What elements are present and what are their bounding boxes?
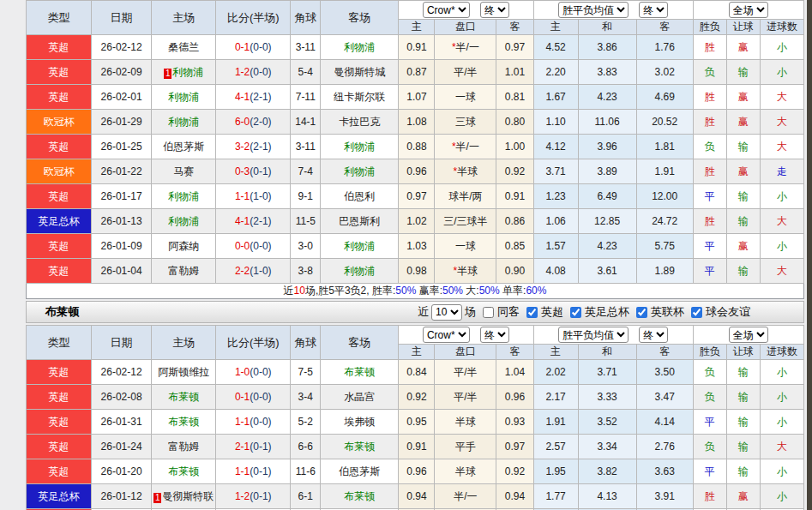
result-handicap-text: 赢: [738, 490, 749, 502]
team-name: 利物浦: [168, 215, 199, 227]
result-handicap: 输: [726, 410, 760, 435]
score-cell: 0-0(0-0): [216, 234, 291, 259]
col-header-away: 客场: [321, 1, 399, 35]
liverpool-recent-matches-table: 类型 日期 主场 比分(半场) 角球 客场 Crow*终 胜平负均值终 全场: [26, 0, 804, 299]
result-handicap: 输: [726, 360, 760, 385]
result-wdl: 胜: [693, 484, 726, 509]
filter-friendly-checkbox[interactable]: [691, 307, 702, 318]
team-name: 利物浦: [344, 41, 375, 53]
summary-segment: 50%: [395, 285, 416, 297]
recent-label: 近: [418, 304, 429, 320]
result-handicap-text: 赢: [738, 91, 749, 103]
away-team-cell: 巴恩斯利: [321, 209, 399, 234]
team-name: 马赛: [173, 165, 194, 177]
score-full: 0-1: [235, 41, 250, 53]
subcol-wdl: 胜负: [693, 20, 726, 35]
final-odds-select[interactable]: 终: [480, 327, 509, 343]
crown-handicap: *半球: [435, 259, 496, 284]
corner-cell: 3-11: [291, 135, 321, 159]
away-team-cell: 伯恩茅斯: [321, 459, 399, 484]
final-avg-select[interactable]: 终: [639, 2, 668, 18]
avg-away-odds: 3.91: [636, 484, 693, 509]
result-handicap: 输: [726, 435, 760, 459]
subcol-crown-home: 主: [399, 345, 435, 360]
result-wdl-text: 负: [705, 391, 715, 403]
score-half: (2-1): [250, 215, 271, 227]
result-handicap: 赢: [726, 35, 760, 60]
summary-segment: 50%: [442, 285, 463, 297]
scope-select[interactable]: 全场: [729, 327, 768, 343]
home-team-cell: 桑德兰: [152, 35, 216, 60]
team-name: 富勒姆: [168, 441, 199, 453]
corner-cell: 11-5: [291, 209, 321, 234]
result-wdl-text: 负: [705, 366, 715, 378]
avg-away-odds: 1.81: [636, 135, 693, 159]
avg-home-odds: 1.23: [533, 184, 578, 209]
avg-odds-select[interactable]: 胜平负均值: [558, 327, 629, 343]
match-date: 26-02-01: [92, 85, 152, 110]
team-name: 利物浦: [344, 265, 375, 277]
summary-segment: 赢率:: [416, 285, 442, 297]
avg-home-odds: 1.06: [533, 209, 578, 234]
handicap-text: 半球: [455, 465, 476, 477]
result-goals: 大: [760, 135, 803, 159]
avg-away-odds: 1.91: [636, 159, 693, 184]
corner-cell: 3-4: [291, 385, 321, 410]
team-name: 布莱顿: [344, 490, 375, 502]
team-name: 阿森纳: [168, 240, 199, 252]
crown-handicap: *半/一: [435, 35, 496, 60]
crown-home-odds: 0.96: [399, 159, 435, 184]
result-handicap: 赢: [726, 85, 760, 110]
crown-home-odds: 0.91: [399, 35, 435, 60]
same-venue-checkbox[interactable]: [483, 307, 494, 318]
result-goals: 小: [760, 459, 803, 484]
corner-cell: 7-5: [291, 360, 321, 385]
result-handicap: 赢: [726, 159, 760, 184]
score-half: (0-1): [250, 441, 271, 453]
team-name: 利物浦: [168, 190, 199, 202]
crown-home-odds: 0.88: [399, 135, 435, 159]
final-avg-select[interactable]: 终: [639, 327, 668, 343]
corner-cell: 6-6: [291, 435, 321, 459]
home-team-cell: 阿斯顿维拉: [152, 360, 216, 385]
result-wdl: 平: [693, 259, 726, 284]
team-name: 桑德兰: [168, 41, 199, 53]
subcol-handicap: 盘口: [435, 20, 496, 35]
avg-home-odds: 2.20: [533, 60, 578, 85]
team-name: 曼彻斯特城: [334, 66, 385, 78]
filter-facup-checkbox[interactable]: [570, 307, 581, 318]
score-half: (2-1): [250, 91, 271, 103]
match-date: 26-01-17: [92, 184, 152, 209]
crown-handicap: 半球: [435, 459, 496, 484]
avg-draw-odds: 3.96: [578, 135, 636, 159]
score-cell: 0-1(0-0): [216, 385, 291, 410]
avg-away-odds: 3.02: [636, 60, 693, 85]
same-venue-label: 同客: [497, 304, 520, 320]
col-header-away: 客场: [321, 326, 399, 360]
recent-count-select[interactable]: 10: [431, 304, 462, 321]
score-full: 1-1: [235, 416, 250, 428]
filter-eflcup-checkbox[interactable]: [636, 307, 647, 318]
avg-home-odds: 4.52: [533, 35, 578, 60]
avg-draw-odds: 3.71: [578, 360, 636, 385]
scope-select[interactable]: 全场: [729, 2, 768, 18]
bookmaker-select[interactable]: Crow*: [423, 2, 470, 18]
match-row: 英超26-02-12阿斯顿维拉1-0(0-0)7-5布莱顿0.84平/半1.04…: [27, 360, 804, 385]
result-handicap: 赢: [726, 234, 760, 259]
match-filters: 近 10 场 同客 英超 英足总杯 英联杯 球会友谊: [418, 304, 750, 321]
away-team-cell: 卡拉巴克: [321, 110, 399, 135]
avg-home-odds: 3.71: [533, 159, 578, 184]
match-row: 英超26-02-01利物浦4-1(2-1)7-11纽卡斯尔联1.07一球0.81…: [27, 85, 804, 110]
score-full: 3-2: [235, 141, 250, 153]
matches-tbody: 英超26-02-12桑德兰0-1(0-0)3-11利物浦0.91*半/一0.97…: [27, 35, 804, 299]
home-team-cell: 利物浦: [152, 209, 216, 234]
avg-home-odds: 1.77: [533, 484, 578, 509]
bookmaker-select[interactable]: Crow*: [423, 327, 470, 343]
final-odds-select[interactable]: 终: [480, 2, 509, 18]
filter-epl-checkbox[interactable]: [526, 307, 538, 318]
result-handicap: 赢: [726, 484, 760, 509]
subcol-avg-home: 主: [533, 20, 578, 35]
avg-odds-select[interactable]: 胜平负均值: [558, 2, 629, 18]
avg-away-odds: 3.63: [636, 459, 693, 484]
score-half: (1-0): [250, 265, 271, 277]
